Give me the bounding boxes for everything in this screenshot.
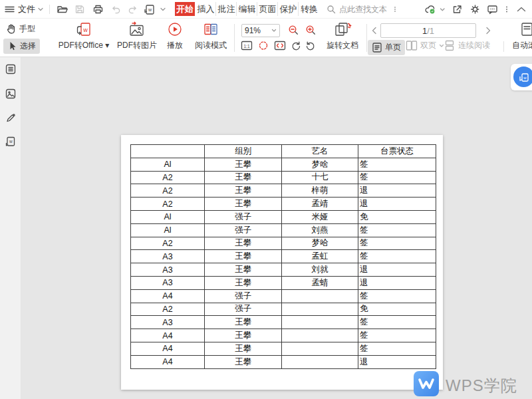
tab-comment[interactable]: 批注 bbox=[217, 2, 237, 16]
table-cell: 王攀 bbox=[205, 329, 282, 342]
single-page-label: 单页 bbox=[385, 42, 401, 53]
export-word-panel-icon[interactable]: w bbox=[5, 136, 16, 147]
tab-convert[interactable]: 转换 bbox=[299, 2, 319, 16]
page-number-input[interactable]: 1 /1 bbox=[380, 23, 476, 38]
share-icon[interactable] bbox=[452, 0, 463, 19]
tab-protect[interactable]: 保护 bbox=[279, 2, 299, 16]
table-cell: 孟虹 bbox=[282, 250, 358, 263]
collapse-ribbon-icon[interactable] bbox=[516, 0, 527, 19]
zoom-level-value: 91% bbox=[245, 26, 261, 35]
search-input[interactable]: 点此查找文本 bbox=[339, 0, 387, 19]
table-header-cell: 艺名 bbox=[282, 145, 358, 158]
image-panel-icon[interactable] bbox=[5, 88, 16, 99]
rotate-right-icon[interactable] bbox=[305, 40, 317, 51]
table-cell bbox=[282, 329, 358, 342]
file-menu-chevron-icon[interactable] bbox=[37, 0, 44, 19]
table-cell: 王攀 bbox=[205, 184, 282, 198]
table-cell: 王攀 bbox=[205, 250, 282, 263]
continuous-view-button[interactable]: 连续阅读 bbox=[444, 40, 490, 51]
read-mode-button[interactable]: 阅读模式 bbox=[194, 21, 228, 51]
auto-scroll-button[interactable]: 自动滚动 bbox=[508, 21, 532, 51]
table-cell: 王攀 bbox=[205, 263, 282, 277]
table-cell: 退 bbox=[358, 198, 436, 211]
table-cell: 王攀 bbox=[205, 237, 282, 250]
document-area[interactable]: 组别艺名台票状态Al王攀梦啥签A2王攀十七签A2王攀梓萌退A2王攀孟靖退Al强子… bbox=[21, 57, 532, 399]
table-cell: 米娅 bbox=[282, 210, 358, 223]
file-menu[interactable]: 文件 bbox=[18, 0, 35, 19]
svg-text:w: w bbox=[9, 139, 13, 144]
tab-page[interactable]: 页面 bbox=[258, 2, 278, 16]
play-button[interactable]: 播放 bbox=[162, 21, 188, 51]
table-row: A2王攀梓萌退 bbox=[131, 184, 436, 198]
fit-page-icon[interactable] bbox=[257, 40, 269, 51]
thumbnail-panel-icon[interactable] bbox=[5, 64, 16, 74]
actual-size-icon[interactable]: 1:1 bbox=[241, 40, 253, 51]
zoom-level-select[interactable]: 91% bbox=[241, 24, 280, 37]
open-file-icon[interactable] bbox=[57, 0, 68, 19]
table-cell: 王攀 bbox=[205, 342, 282, 355]
svg-text:w: w bbox=[82, 27, 88, 33]
table-cell: 签 bbox=[358, 158, 436, 171]
fit-width-icon[interactable] bbox=[274, 40, 286, 51]
print-icon[interactable] bbox=[92, 0, 104, 19]
current-page: 1 bbox=[422, 26, 427, 36]
zoom-in-icon[interactable] bbox=[305, 24, 318, 37]
undo-icon[interactable] bbox=[110, 0, 121, 19]
table-row: A4强子签 bbox=[131, 289, 436, 303]
tab-home[interactable]: 开始 bbox=[175, 2, 195, 16]
tab-insert[interactable]: 插入 bbox=[196, 2, 216, 16]
table-row: A2强子免 bbox=[131, 303, 436, 316]
table-cell: A4 bbox=[131, 355, 205, 368]
table-cell: 王攀 bbox=[205, 158, 282, 171]
rotate-document-label: 旋转文档 bbox=[327, 40, 358, 51]
table-cell: 退 bbox=[358, 355, 436, 368]
hamburger-menu-icon[interactable] bbox=[4, 0, 15, 19]
pdf-to-image-button[interactable]: PDF转图片 bbox=[117, 21, 157, 51]
table-cell: 王攀 bbox=[205, 198, 282, 211]
zoom-out-icon[interactable] bbox=[287, 24, 301, 37]
table-cell bbox=[282, 303, 358, 316]
previous-page-icon[interactable] bbox=[370, 26, 378, 35]
table-cell: 孟蜻 bbox=[282, 276, 358, 289]
cloud-sync-chevron-icon[interactable] bbox=[440, 0, 446, 19]
feedback-comment-icon[interactable] bbox=[487, 0, 498, 19]
table-cell: 强子 bbox=[205, 289, 282, 303]
redo-icon[interactable] bbox=[128, 0, 138, 19]
rotate-document-button[interactable]: 旋转文档 bbox=[323, 21, 362, 51]
cloud-sync-icon[interactable] bbox=[424, 0, 439, 19]
tab-edit[interactable]: 编辑 bbox=[237, 2, 257, 16]
divider bbox=[49, 5, 50, 14]
read-mode-book-icon bbox=[202, 21, 219, 39]
rotate-left-icon[interactable] bbox=[290, 40, 302, 51]
auto-scroll-label: 自动滚动 bbox=[512, 40, 532, 51]
hand-tool-button[interactable]: 手型 bbox=[5, 23, 35, 35]
double-page-view-button[interactable]: 双页 bbox=[406, 40, 444, 51]
more-options-icon[interactable] bbox=[505, 0, 509, 19]
settings-gear-icon[interactable] bbox=[469, 0, 481, 19]
double-page-icon bbox=[406, 40, 418, 51]
save-icon[interactable] bbox=[74, 0, 85, 19]
single-page-view-button[interactable]: 单页 bbox=[368, 40, 405, 55]
svg-text:w: w bbox=[523, 76, 527, 80]
export-word-icon[interactable]: w bbox=[144, 0, 156, 19]
zoom-chevron-icon bbox=[271, 29, 277, 33]
toolbar-more-chevron-icon[interactable] bbox=[160, 0, 166, 19]
signature-pen-icon[interactable] bbox=[5, 112, 17, 123]
convert-float-button[interactable]: w bbox=[513, 66, 532, 87]
table-row: A3王攀签 bbox=[131, 316, 436, 329]
continuous-view-icon bbox=[444, 40, 456, 51]
pdf-to-office-button[interactable]: w PDF转Office ▾ bbox=[56, 21, 112, 51]
table-cell: A4 bbox=[131, 342, 205, 355]
next-page-icon[interactable] bbox=[484, 26, 492, 35]
hand-tool-label: 手型 bbox=[19, 23, 35, 35]
table-row: A4王攀退 bbox=[131, 355, 436, 368]
select-tool-button[interactable]: 选择 bbox=[3, 39, 40, 54]
search-options-icon[interactable] bbox=[393, 0, 397, 19]
table-cell: Al bbox=[131, 210, 205, 223]
table-row: A4王攀签 bbox=[131, 342, 436, 355]
data-table: 组别艺名台票状态Al王攀梦啥签A2王攀十七签A2王攀梓萌退A2王攀孟靖退Al强子… bbox=[130, 144, 436, 369]
table-cell: 签 bbox=[358, 250, 436, 263]
pdf-page[interactable]: 组别艺名台票状态Al王攀梦啥签A2王攀十七签A2王攀梓萌退A2王攀孟靖退Al强子… bbox=[121, 135, 443, 390]
search-icon[interactable] bbox=[326, 0, 336, 19]
table-cell: A2 bbox=[131, 237, 205, 250]
